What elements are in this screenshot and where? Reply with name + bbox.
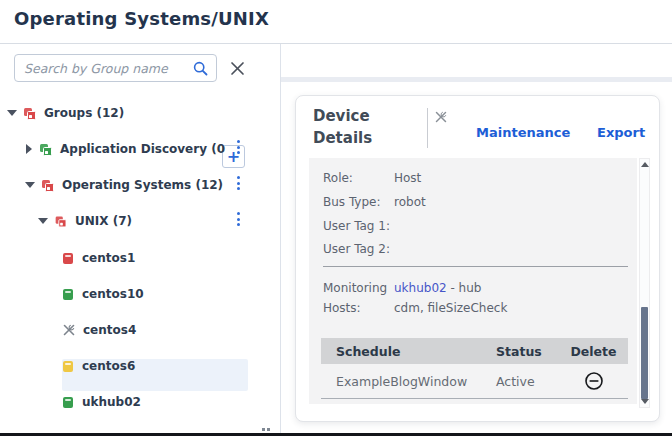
schedule-status-cell: Active (496, 374, 535, 389)
tree-item-ukhub02[interactable]: ukhub02 (63, 390, 141, 414)
scroll-up-icon[interactable] (641, 162, 649, 167)
field-value: Host (394, 171, 421, 185)
schedule-table-header: Schedule Status Delete (321, 338, 628, 364)
kebab-menu-icon[interactable] (233, 175, 243, 191)
host-link[interactable]: ukhub02 (394, 281, 447, 295)
column-header-schedule: Schedule (336, 344, 400, 359)
field-label: Bus Type: (323, 195, 381, 209)
group-icon (42, 179, 55, 192)
caret-down-icon[interactable] (38, 218, 48, 224)
tree-item-application-discovery[interactable]: Application Discovery (0 (26, 137, 225, 161)
group-tree-sidebar: Groups (12) + Application Discovery (0 O… (0, 44, 281, 433)
tree-item-label: ukhub02 (82, 395, 141, 409)
host-suffix: - hub (447, 281, 482, 295)
tree-item-centos1[interactable]: centos1 (63, 246, 135, 270)
kebab-menu-icon[interactable] (233, 211, 243, 227)
tree-item-label: centos10 (82, 287, 144, 301)
monitoring-hosts-label: Monitoring Hosts: (323, 278, 393, 318)
tree-item-label: UNIX (7) (75, 214, 132, 228)
caret-down-icon[interactable] (7, 110, 17, 116)
group-search-box (14, 54, 217, 82)
group-icon (24, 107, 37, 120)
scrollbar[interactable] (639, 158, 650, 408)
schedule-table: Schedule Status Delete ExampleBlogWindow… (321, 338, 628, 399)
caret-right-icon[interactable] (26, 144, 32, 154)
caret-down-icon[interactable] (25, 182, 35, 188)
tree-item-label: centos4 (83, 323, 136, 337)
search-icon[interactable] (193, 61, 208, 76)
export-link[interactable]: Export (597, 125, 645, 140)
tree-item-centos6[interactable]: centos6 (63, 354, 135, 378)
field-value: robot (394, 195, 426, 209)
minus-circle-icon[interactable] (584, 371, 604, 391)
schedule-table-row: ExampleBlogWindow Active (321, 364, 628, 399)
field-label: User Tag 2: (323, 242, 390, 256)
tree-item-label: centos1 (82, 251, 135, 265)
schedule-name-cell: ExampleBlogWindow (336, 374, 467, 389)
scroll-down-icon[interactable] (641, 399, 649, 404)
group-icon (56, 215, 68, 227)
field-label: Role: (323, 171, 353, 185)
column-header-delete: Delete (566, 344, 621, 359)
tree-item-centos4[interactable]: centos4 (63, 318, 136, 342)
tree-item-unix[interactable]: UNIX (7) (38, 209, 132, 233)
device-details-card: Device Details Maintenance Export Role: … (295, 95, 660, 422)
tree-item-label: Operating Systems (12) (62, 178, 223, 192)
kebab-menu-icon[interactable] (233, 139, 243, 155)
device-status-icon (63, 253, 73, 264)
device-status-icon (63, 361, 73, 372)
device-status-icon (63, 397, 73, 408)
tree-item-label: centos6 (82, 359, 135, 373)
wrench-icon (435, 111, 447, 123)
content-top-strip (281, 77, 672, 82)
page-title: Operating Systems/UNIX (14, 8, 269, 29)
scrollbar-thumb[interactable] (641, 307, 648, 399)
tree-item-centos10[interactable]: centos10 (63, 282, 144, 306)
wrench-icon (63, 324, 75, 336)
column-header-status: Status (496, 344, 542, 359)
field-label: User Tag 1: (323, 219, 390, 233)
tree-item-label: Groups (12) (44, 106, 124, 120)
tree-item-groups[interactable]: Groups (12) (7, 101, 124, 125)
tree-item-label: Application Discovery (0 (60, 142, 225, 156)
maintenance-link[interactable]: Maintenance (476, 125, 570, 140)
search-input[interactable] (24, 56, 184, 80)
section-divider (323, 266, 628, 267)
close-icon[interactable] (230, 61, 245, 76)
header-vertical-divider (427, 108, 428, 148)
monitoring-probes-value: cdm, fileSizeCheck (394, 298, 507, 318)
card-title: Device Details (313, 105, 405, 149)
device-status-icon (63, 289, 73, 300)
tree-item-operating-systems[interactable]: Operating Systems (12) (25, 173, 223, 197)
device-details-body: Role: Host Bus Type: robot User Tag 1: U… (309, 158, 637, 404)
group-icon (40, 143, 53, 156)
monitoring-host-value: ukhub02 - hub (394, 278, 481, 298)
